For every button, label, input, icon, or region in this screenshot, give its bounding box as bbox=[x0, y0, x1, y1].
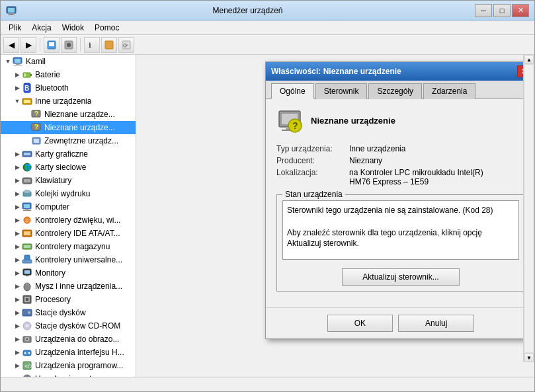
tree-item-klaw[interactable]: ▶ Klawiatury bbox=[1, 174, 136, 187]
ok-button[interactable]: OK bbox=[327, 315, 393, 332]
tree-item-kol-wydr[interactable]: ▶ Kolejki wydruku bbox=[1, 187, 136, 200]
svg-rect-18 bbox=[24, 73, 26, 77]
tree-item-kont-uni[interactable]: ▶ Kontrolery uniwersalne... bbox=[1, 253, 136, 266]
icon-karty-siec: 🌐 bbox=[22, 162, 32, 173]
icon-kol-wydr bbox=[22, 188, 32, 199]
tab-ogolne[interactable]: Ogólne bbox=[271, 83, 314, 99]
expand-cdrom[interactable]: ▶ bbox=[13, 321, 22, 331]
icon-kont-mag bbox=[22, 241, 32, 252]
minimize-button[interactable]: ─ bbox=[475, 4, 492, 17]
tab-sterownik[interactable]: Sterownik bbox=[315, 83, 368, 99]
expand-kol-wydr[interactable]: ▶ bbox=[13, 189, 22, 198]
toolbar-btn-3[interactable]: ℹ bbox=[84, 37, 100, 53]
tree-item-stacje[interactable]: ▶ Stacje dysków bbox=[1, 306, 136, 319]
maximize-button[interactable]: □ bbox=[493, 4, 511, 17]
scrollbar[interactable]: ▲ ▼ bbox=[523, 55, 534, 362]
toolbar-btn-4[interactable] bbox=[101, 37, 117, 53]
icon-proc bbox=[22, 294, 32, 305]
tree-label-komputer: Komputer bbox=[35, 202, 69, 212]
expand-monitory[interactable]: ▶ bbox=[13, 268, 22, 278]
tree-item-obraz[interactable]: ▶ Urządzenia do obrazo... bbox=[1, 333, 136, 346]
menu-pomoc[interactable]: Pomoc bbox=[89, 22, 124, 34]
scroll-down-arrow[interactable]: ▼ bbox=[524, 353, 534, 362]
svg-point-67 bbox=[28, 352, 30, 354]
expand-klaw[interactable]: ▶ bbox=[13, 176, 22, 185]
expand-mysz[interactable]: ▶ bbox=[13, 282, 22, 291]
expand-komputer[interactable]: ▶ bbox=[13, 202, 22, 212]
expand-inne[interactable]: ▼ bbox=[13, 97, 22, 106]
tree-item-hid[interactable]: ▶ Urządzenia interfejsu H... bbox=[1, 346, 136, 359]
dialog-title-bar: Właściwości: Nieznane urządzenie ✕ bbox=[266, 62, 534, 81]
tree-label-inne: Inne urządzenia bbox=[35, 97, 91, 106]
tree-item-komputer[interactable]: ▶ Komputer bbox=[1, 200, 136, 214]
tree-label-kont-mag: Kontrolery magazynu bbox=[35, 242, 110, 251]
tab-zdarzenia[interactable]: Zdarzenia bbox=[423, 83, 475, 99]
tree-item-kont-mag[interactable]: ▶ Kontrolery magazynu bbox=[1, 240, 136, 253]
tab-szczegoly[interactable]: Szczegóły bbox=[368, 83, 422, 99]
svg-rect-15 bbox=[14, 65, 22, 65]
expand-obraz[interactable]: ▶ bbox=[13, 334, 22, 344]
update-driver-button[interactable]: Aktualizuj sterownik... bbox=[342, 268, 459, 286]
close-button[interactable]: ✕ bbox=[512, 4, 529, 17]
device-icon: ? bbox=[276, 107, 303, 134]
expand-root[interactable]: ▼ bbox=[3, 57, 13, 66]
tree-item-bluetooth[interactable]: ▶ B Bluetooth bbox=[1, 81, 136, 95]
icon-kont-ide bbox=[22, 228, 32, 239]
back-button[interactable]: ◀ bbox=[3, 37, 19, 53]
expand-progr[interactable]: ▶ bbox=[13, 361, 22, 370]
scroll-up-arrow[interactable]: ▲ bbox=[524, 55, 534, 64]
menu-widok[interactable]: Widok bbox=[57, 22, 89, 34]
expand-karty-siec[interactable]: ▶ bbox=[13, 163, 22, 172]
expand-hid[interactable]: ▶ bbox=[13, 348, 22, 357]
svg-text:?: ? bbox=[34, 124, 38, 131]
cancel-button[interactable]: Anuluj bbox=[398, 315, 474, 332]
tree-item-karty-graf[interactable]: ▶ Karty graficzne bbox=[1, 147, 136, 161]
scroll-track[interactable] bbox=[524, 64, 534, 353]
tree-label-nieznane2: Nieznane urządze... bbox=[44, 123, 115, 132]
expand-baterie[interactable]: ▶ bbox=[13, 70, 22, 79]
toolbar-btn-2[interactable] bbox=[61, 37, 77, 53]
svg-rect-39 bbox=[25, 209, 29, 210]
tree-label-mysz: Mysz i inne urządzenia... bbox=[35, 282, 122, 291]
status-group-title: Stan urządzenia bbox=[282, 190, 345, 199]
expand-stacje[interactable]: ▶ bbox=[13, 308, 22, 317]
toolbar-btn-1[interactable] bbox=[44, 37, 60, 53]
tree-item-inne[interactable]: ▼ Inne urządzenia bbox=[1, 95, 136, 108]
svg-rect-38 bbox=[24, 204, 30, 208]
expand-bluetooth[interactable]: ▶ bbox=[13, 83, 22, 93]
tree-item-nieznane1[interactable]: ▶ ? Nieznane urządze... bbox=[1, 108, 136, 121]
expand-kont-ide[interactable]: ▶ bbox=[13, 229, 22, 238]
dialog-footer: OK Anuluj bbox=[266, 307, 534, 338]
forward-button[interactable]: ▶ bbox=[21, 37, 36, 53]
tree-item-sys[interactable]: ▶ Urządzenia systemowe bbox=[1, 372, 136, 377]
icon-karty-graf bbox=[22, 149, 32, 159]
expand-kont-mag[interactable]: ▶ bbox=[13, 242, 22, 251]
device-tree[interactable]: ▼ Kamil ▶ Baterie ▶ B Bluetoot bbox=[1, 55, 136, 377]
tree-item-monitory[interactable]: ▶ Monitory bbox=[1, 266, 136, 280]
tree-item-karty-siec[interactable]: ▶ 🌐 Karty sieciowe bbox=[1, 161, 136, 174]
toolbar-btn-5[interactable]: ⟳ bbox=[118, 37, 134, 53]
dialog-tab-bar: Ogólne Sterownik Szczegóły Zdarzenia bbox=[266, 81, 534, 99]
expand-proc[interactable]: ▶ bbox=[13, 295, 22, 304]
expand-karty-graf[interactable]: ▶ bbox=[13, 149, 22, 159]
status-group-box: Stan urządzenia Sterowniki tego urządzen… bbox=[276, 194, 525, 292]
info-row-type: Typ urządzenia: Inne urządzenia bbox=[276, 144, 525, 153]
icon-klaw bbox=[22, 175, 32, 186]
tree-item-kont-dzw[interactable]: ▶ ♫ Kontrolery dźwięku, wi... bbox=[1, 214, 136, 227]
menu-plik[interactable]: Plik bbox=[3, 22, 26, 34]
tree-item-progr[interactable]: ▶ </> Urządzenia programow... bbox=[1, 359, 136, 372]
tree-item-mysz[interactable]: ▶ Mysz i inne urządzenia... bbox=[1, 280, 136, 293]
tree-item-nieznane2[interactable]: ▶ ? Nieznane urządze... bbox=[1, 121, 136, 134]
tree-item-baterie[interactable]: ▶ Baterie bbox=[1, 68, 136, 81]
tree-item-root[interactable]: ▼ Kamil bbox=[1, 55, 136, 68]
tree-item-proc[interactable]: ▶ Procesory bbox=[1, 293, 136, 306]
expand-kont-uni[interactable]: ▶ bbox=[13, 255, 22, 264]
info-value-type: Inne urządzenia bbox=[349, 144, 405, 153]
status-text-area[interactable]: Sterowniki tego urządzenia nie są zainst… bbox=[282, 200, 519, 260]
expand-kont-dzw[interactable]: ▶ bbox=[13, 216, 22, 225]
icon-kont-dzw: ♫ bbox=[22, 215, 32, 225]
menu-akcja[interactable]: Akcja bbox=[26, 22, 56, 34]
tree-item-kont-ide[interactable]: ▶ Kontrolery IDE ATA/AT... bbox=[1, 227, 136, 240]
tree-item-cdrom[interactable]: ▶ Stacje dysków CD-ROM bbox=[1, 319, 136, 333]
tree-item-zewnetrzne[interactable]: ▶ Zewnętrzne urządz... bbox=[1, 134, 136, 147]
